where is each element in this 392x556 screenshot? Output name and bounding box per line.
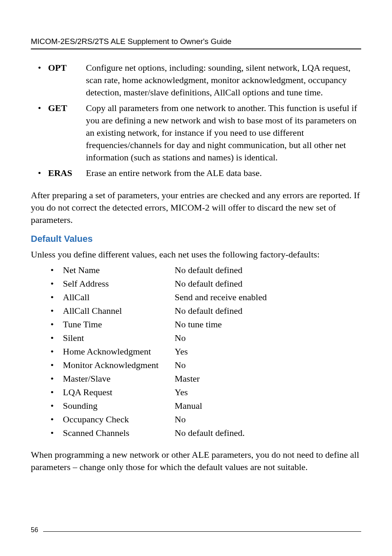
default-value: No default defined (175, 304, 361, 317)
default-label: Sounding (63, 399, 175, 412)
default-item: • Scanned Channels No default defined. (48, 426, 361, 440)
command-name: ERAS (48, 167, 86, 179)
bullet-icon: • (48, 426, 63, 440)
after-commands-paragraph: After preparing a set of parameters, you… (31, 189, 361, 226)
default-value: No tune time (175, 317, 361, 331)
default-value: Manual (175, 399, 361, 412)
command-name: GET (48, 102, 86, 114)
default-item: • Net Name No default defined (48, 263, 361, 277)
default-value: No (175, 412, 361, 426)
section-heading-default-values: Default Values (31, 234, 361, 244)
default-label: Self Address (63, 277, 175, 290)
bullet-icon: • (48, 290, 63, 304)
bullet-icon: • (48, 399, 63, 412)
bullet-icon: • (48, 412, 63, 426)
default-value: Yes (175, 385, 361, 399)
bullet-icon: • (48, 263, 63, 277)
default-item: • Sounding Manual (48, 399, 361, 412)
default-value: No default defined. (175, 426, 361, 440)
bullet-icon: • (31, 167, 48, 179)
bullet-icon: • (48, 372, 63, 385)
command-name: OPT (48, 62, 86, 74)
default-item: • Monitor Acknowledgment No (48, 358, 361, 372)
page-header: MICOM-2ES/2RS/2TS ALE Supplement to Owne… (31, 37, 361, 49)
default-item: • Home Acknowledgment Yes (48, 345, 361, 358)
bullet-icon: • (48, 385, 63, 399)
bullet-icon: • (31, 102, 48, 114)
default-item: • LQA Request Yes (48, 385, 361, 399)
bullet-icon: • (48, 304, 63, 317)
default-item: • Self Address No default defined (48, 277, 361, 290)
command-description: Configure net options, including: soundi… (86, 62, 361, 99)
closing-paragraph: When programming a new network or other … (31, 449, 361, 473)
default-label: Home Acknowledgment (63, 345, 175, 358)
default-label: Master/Slave (63, 372, 175, 385)
default-item: • Master/Slave Master (48, 372, 361, 385)
default-label: AllCall Channel (63, 304, 175, 317)
default-value: No default defined (175, 263, 361, 277)
command-list: • OPT Configure net options, including: … (31, 62, 361, 179)
default-item: • Occupancy Check No (48, 412, 361, 426)
bullet-icon: • (48, 331, 63, 345)
default-item: • Tune Time No tune time (48, 317, 361, 331)
default-item: • AllCall Channel No default defined (48, 304, 361, 317)
page-footer: 56 (31, 526, 361, 534)
bullet-icon: • (48, 345, 63, 358)
default-value: Yes (175, 345, 361, 358)
default-label: Silent (63, 331, 175, 345)
bullet-icon: • (48, 317, 63, 331)
default-item: • AllCall Send and receive enabled (48, 290, 361, 304)
command-item: • GET Copy all parameters from one netwo… (31, 102, 361, 164)
default-value: Send and receive enabled (175, 290, 361, 304)
default-label: LQA Request (63, 385, 175, 399)
default-value: No (175, 331, 361, 345)
command-description: Copy all parameters from one network to … (86, 102, 361, 164)
page-number: 56 (31, 526, 38, 534)
default-item: • Silent No (48, 331, 361, 345)
footer-divider (43, 531, 361, 532)
default-label: Monitor Acknowledgment (63, 358, 175, 372)
command-description: Erase an entire network from the ALE dat… (86, 167, 361, 179)
command-item: • ERAS Erase an entire network from the … (31, 167, 361, 179)
default-label: AllCall (63, 290, 175, 304)
defaults-intro: Unless you define different values, each… (31, 248, 361, 261)
bullet-icon: • (48, 358, 63, 372)
default-value: No (175, 358, 361, 372)
default-label: Tune Time (63, 317, 175, 331)
defaults-list: • Net Name No default defined • Self Add… (48, 263, 361, 440)
default-label: Occupancy Check (63, 412, 175, 426)
default-label: Net Name (63, 263, 175, 277)
default-value: Master (175, 372, 361, 385)
bullet-icon: • (31, 62, 48, 74)
default-value: No default defined (175, 277, 361, 290)
bullet-icon: • (48, 277, 63, 290)
command-item: • OPT Configure net options, including: … (31, 62, 361, 99)
default-label: Scanned Channels (63, 426, 175, 440)
